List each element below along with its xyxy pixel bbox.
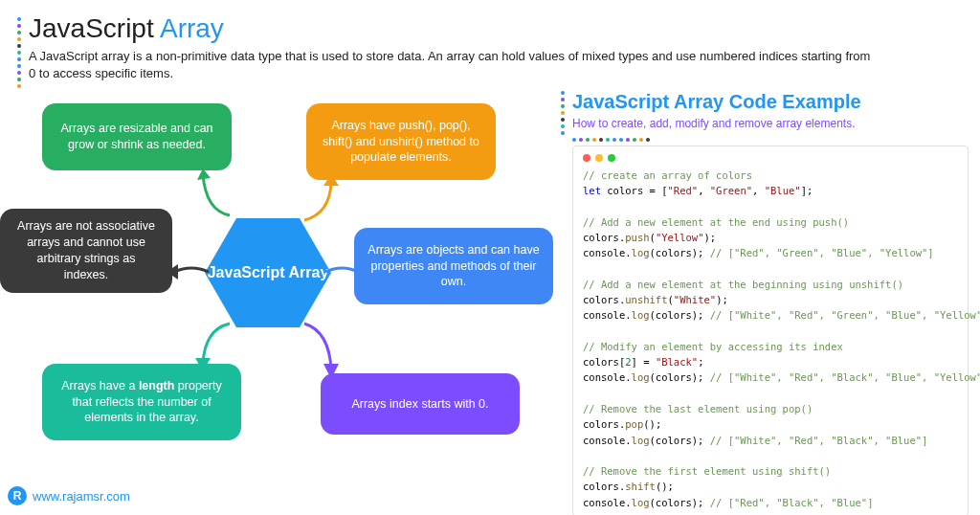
title-text-1: JavaScript — [29, 13, 160, 43]
panel-subtitle: How to create, add, modify and remove ar… — [572, 117, 969, 130]
page-title: JavaScript Array — [29, 13, 961, 44]
code-panel: JavaScript Array Code Example How to cre… — [572, 91, 969, 515]
header: JavaScript Array A JavaScript array is a… — [29, 13, 961, 82]
panel-divider-dots — [572, 138, 969, 142]
title-text-2: Array — [160, 13, 224, 43]
info-box-objects: Arrays are objects and can have properti… — [354, 228, 553, 304]
info-box-length: Arrays have a length property that refle… — [42, 364, 241, 440]
info-box-methods: Arrays have push(), pop(), shift() and u… — [306, 103, 496, 180]
page-subtitle: A JavaScript array is a non-primitive da… — [29, 48, 871, 82]
concept-diagram: Arrays are resizable and can grow or shr… — [0, 96, 555, 479]
window-controls-icon — [583, 154, 958, 162]
header-dots — [17, 17, 21, 88]
info-box-index: Arrays index starts with 0. — [321, 373, 520, 435]
panel-title: JavaScript Array Code Example — [572, 91, 969, 113]
panel-dots — [561, 91, 565, 135]
logo-icon: R — [8, 486, 27, 505]
center-hexagon: JavaScript Array — [205, 218, 331, 327]
info-box-resizable: Arrays are resizable and can grow or shr… — [42, 103, 232, 170]
footer: R www.rajamsr.com — [8, 486, 130, 505]
info-box-associative: Arrays are not associative arrays and ca… — [0, 209, 172, 293]
code-content: // create an array of colors let colors … — [583, 168, 958, 510]
code-block: // create an array of colors let colors … — [572, 146, 969, 515]
site-url: www.rajamsr.com — [33, 489, 130, 504]
